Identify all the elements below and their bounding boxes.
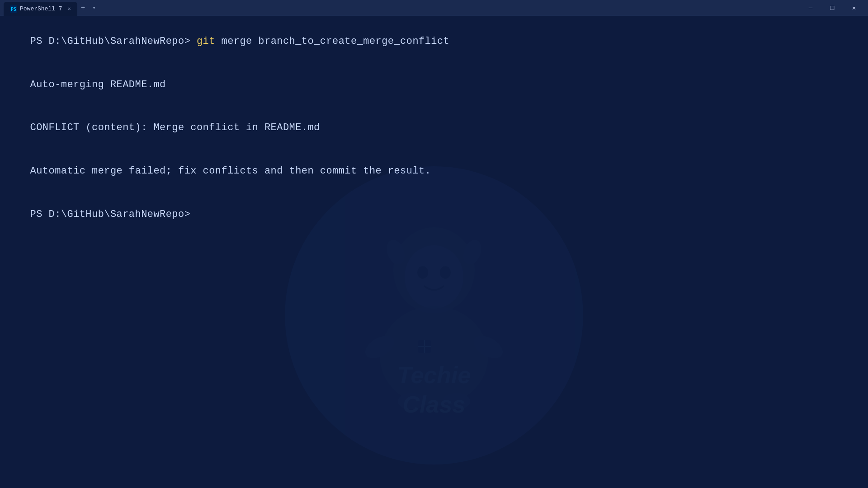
window-controls: ─ □ ✕ xyxy=(800,0,864,16)
svg-point-2 xyxy=(393,227,475,313)
svg-point-4 xyxy=(417,266,428,279)
svg-point-10 xyxy=(470,331,507,363)
titlebar-left: PS PowerShell 7 ✕ + ▾ xyxy=(4,0,99,16)
svg-text:PS: PS xyxy=(11,7,16,12)
svg-point-8 xyxy=(380,306,488,406)
line4-content: Automatic merge failed; fix conflicts an… xyxy=(30,165,431,177)
tab-label: PowerShell 7 xyxy=(20,5,62,12)
svg-point-3 xyxy=(405,245,463,309)
terminal-line-3: CONFLICT (content): Merge conflict in RE… xyxy=(5,106,863,150)
close-button[interactable]: ✕ xyxy=(844,0,864,16)
new-tab-button[interactable]: + xyxy=(77,2,89,14)
titlebar: PS PowerShell 7 ✕ + ▾ ─ □ ✕ xyxy=(0,0,868,16)
svg-point-6 xyxy=(384,238,408,267)
prompt-2: PS D:\GitHub\SarahNewRepo> xyxy=(30,209,197,220)
tab-dropdown-button[interactable]: ▾ xyxy=(89,3,99,13)
minimize-button[interactable]: ─ xyxy=(800,0,821,16)
terminal-line-4: Automatic merge failed; fix conflicts an… xyxy=(5,150,863,193)
prompt-1: PS D:\GitHub\SarahNewRepo> xyxy=(30,36,197,47)
terminal-line-5[interactable]: PS D:\GitHub\SarahNewRepo> xyxy=(5,193,863,236)
git-keyword: git xyxy=(197,36,215,47)
powershell-tab-icon: PS xyxy=(10,5,17,13)
terminal-line-1: PS D:\GitHub\SarahNewRepo> git merge bra… xyxy=(5,20,863,63)
svg-text:Class: Class xyxy=(403,391,466,418)
terminal-window[interactable]: Techie Class PS D:\GitHub\SarahNewRepo> … xyxy=(0,16,868,488)
line1-rest: merge branch_to_create_merge_conflict xyxy=(215,36,449,47)
watermark-svg: Techie Class xyxy=(321,207,547,424)
svg-rect-13 xyxy=(418,340,431,353)
line2-content: Auto-merging README.md xyxy=(30,79,166,90)
svg-point-12 xyxy=(443,393,470,409)
svg-point-7 xyxy=(461,238,485,267)
svg-point-11 xyxy=(398,393,425,409)
maximize-button[interactable]: □ xyxy=(822,0,843,16)
tab-powershell[interactable]: PS PowerShell 7 ✕ xyxy=(4,2,77,16)
svg-point-9 xyxy=(362,331,398,363)
svg-point-5 xyxy=(440,266,451,279)
svg-text:Techie: Techie xyxy=(397,362,471,388)
line3-content: CONFLICT (content): Merge conflict in RE… xyxy=(30,122,320,133)
tab-close-icon[interactable]: ✕ xyxy=(68,5,71,12)
terminal-line-2: Auto-merging README.md xyxy=(5,63,863,107)
